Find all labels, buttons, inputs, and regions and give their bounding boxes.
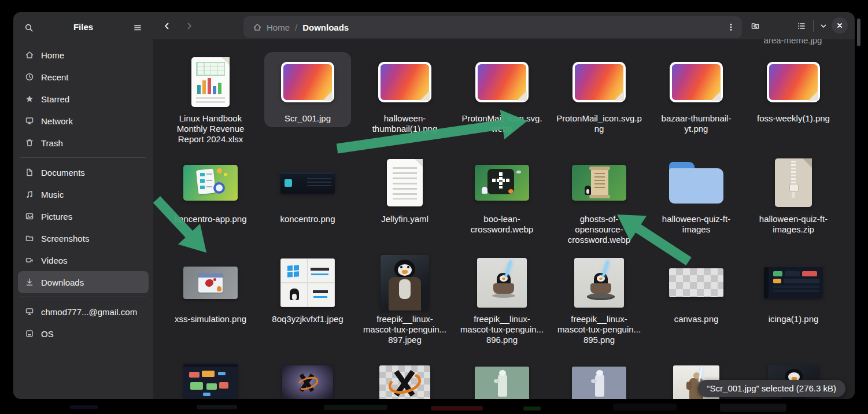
file-item-clipped-1[interactable]: [259, 353, 356, 399]
file-item-ghosts-of-opensource-crossword-webp[interactable]: ghosts-of-opensource-crossword.webp: [551, 153, 648, 249]
thumbnail-box: [459, 154, 545, 212]
file-item-freepik-linux-mascot-tux-penguin-897-jpeg[interactable]: freepik__linux-mascot-tux-penguin... 897…: [356, 253, 453, 349]
view-options-button[interactable]: [817, 17, 830, 35]
star-icon: [25, 94, 34, 104]
file-item-xss-simulation-png[interactable]: xss-simulation.png: [162, 253, 259, 349]
path-bar[interactable]: Home / Downloads: [243, 16, 742, 38]
file-item-halloween-quiz-ft-images[interactable]: halloween-quiz-ft-images: [648, 153, 745, 249]
file-item-boo-lean-crossword-webp[interactable]: boo-lean-crossword.webp: [453, 153, 551, 249]
file-item-protonmail-icon-svg-png[interactable]: ProtonMail_icon.svg.png: [551, 52, 648, 148]
sidebar-item-starred[interactable]: Starred: [18, 88, 149, 110]
sidebar-item-documents[interactable]: Documents: [18, 161, 149, 183]
breadcrumb: Home / Downloads: [243, 23, 349, 32]
file-item-body: freepik__linux-mascot-tux-penguin... 897…: [361, 253, 448, 349]
sidebar-header: Files: [13, 12, 153, 43]
sidebar-item-music[interactable]: Music: [18, 183, 149, 205]
file-item-clipped-2[interactable]: [356, 353, 453, 399]
sidebar-item-downloads[interactable]: Downloads: [18, 271, 149, 293]
file-item-freepik-linux-mascot-tux-penguin-895-png[interactable]: freepik__linux-mascot-tux-penguin... 895…: [551, 253, 648, 349]
sidebar-item-screenshots[interactable]: Screenshots: [18, 227, 149, 249]
sidebar-item-label: OS: [41, 329, 54, 339]
thumbnail-box: [459, 354, 545, 399]
sidebar-item-label: chmod777...@gmail.com: [41, 307, 137, 317]
file-item-canvas-png[interactable]: canvas.png: [648, 253, 745, 349]
file-label: freepik__linux-mascot-tux-penguin... 895…: [556, 314, 642, 345]
file-thumbnail: [775, 158, 812, 207]
folder-icon: [25, 234, 34, 243]
grid-row: Linux Handbook Monthly Revenue Report 20…: [162, 52, 842, 148]
scrollbar-thumb[interactable]: [857, 19, 860, 46]
home-icon: [253, 23, 262, 32]
file-thumbnail: [475, 165, 529, 201]
sidebar-item-network[interactable]: Network: [18, 110, 149, 132]
sidebar-item-recent[interactable]: Recent: [18, 66, 149, 88]
file-item-protonmail-icon-svg-webp[interactable]: ProtonMail_icon.svg.webp: [453, 52, 551, 148]
file-item-body: halloween-quiz-ft-images.zip: [750, 153, 837, 238]
file-item-koncentro-app-png[interactable]: koncentro-app.png: [162, 153, 259, 249]
forward-button[interactable]: [180, 17, 198, 35]
search-folder-button[interactable]: [746, 17, 764, 35]
thumbnail-box: [653, 254, 740, 312]
breadcrumb-current[interactable]: Downloads: [302, 23, 349, 32]
file-label: halloween-quiz-ft-images: [653, 214, 740, 235]
file-item-foss-weekly-1-png[interactable]: foss-weekly(1).png: [745, 52, 842, 148]
sidebar-item-chmod777-gmail-com[interactable]: chmod777...@gmail.com: [18, 301, 149, 323]
sidebar-item-videos[interactable]: Videos: [18, 249, 149, 271]
sidebar: Files HomeRecentStarredNetworkTrashDocum…: [13, 12, 154, 399]
file-label: koncentro.png: [264, 214, 351, 224]
thumbnail-box: [556, 53, 642, 111]
sidebar-item-os[interactable]: OS: [18, 323, 149, 345]
sidebar-item-pictures[interactable]: Pictures: [18, 205, 149, 227]
sidebar-list: HomeRecentStarredNetworkTrashDocumentsMu…: [18, 44, 149, 345]
clipped-file-label: area-meme.jpg: [747, 39, 839, 45]
list-view-button[interactable]: [793, 17, 810, 35]
file-label: bazaar-thumbnail-yt.png: [653, 113, 740, 134]
file-item-halloween-thumbnail-1-png[interactable]: halloween-thumbnail(1).png: [356, 52, 453, 148]
file-item-8oq3yzjkvfxf1-jpeg[interactable]: 8oq3yzjkvfxf1.jpeg: [259, 253, 356, 349]
file-label: halloween-thumbnail(1).png: [361, 113, 448, 134]
path-menu-button[interactable]: [722, 19, 740, 36]
file-label: freepik__linux-mascot-tux-penguin... 897…: [361, 314, 448, 345]
file-label: freepik__linux-mascot-tux-penguin... 896…: [459, 314, 545, 345]
file-item-bazaar-thumbnail-yt-png[interactable]: bazaar-thumbnail-yt.png: [648, 52, 745, 148]
file-thumbnail: [387, 159, 423, 206]
close-button[interactable]: [832, 17, 848, 34]
file-item-body: icinga(1).png: [750, 253, 837, 328]
file-item-clipped-3[interactable]: [453, 353, 551, 399]
file-item-body: [361, 353, 448, 399]
file-thumbnail: [282, 365, 333, 399]
back-button[interactable]: [158, 17, 176, 35]
sidebar-item-home[interactable]: Home: [18, 44, 149, 66]
sidebar-item-label: Starred: [41, 94, 69, 104]
file-item-freepik-linux-mascot-tux-penguin-896-png[interactable]: freepik__linux-mascot-tux-penguin... 896…: [453, 253, 551, 349]
file-thumbnail: [767, 62, 820, 102]
breadcrumb-separator: /: [295, 23, 297, 32]
file-item-halloween-quiz-ft-images-zip[interactable]: halloween-quiz-ft-images.zip: [745, 153, 842, 249]
breadcrumb-home[interactable]: Home: [253, 23, 290, 32]
videos-icon: [25, 256, 34, 265]
sidebar-item-label: Network: [41, 116, 73, 126]
file-item-body: ghosts-of-opensource-crossword.webp: [556, 153, 642, 249]
file-item-body: boo-lean-crossword.webp: [459, 153, 545, 238]
file-item-body: ProtonMail_icon.svg.png: [556, 52, 642, 138]
file-label: halloween-quiz-ft-images.zip: [750, 214, 837, 235]
chevron-down-icon: [819, 21, 828, 31]
file-item-clipped-0[interactable]: [162, 353, 259, 399]
file-item-koncentro-png[interactable]: koncentro.png: [259, 153, 356, 249]
thumbnail-box: [556, 354, 642, 399]
file-item-jellyfin-yaml[interactable]: Jellyfin.yaml: [356, 153, 453, 249]
file-item-icinga-1-png[interactable]: icinga(1).png: [745, 253, 842, 349]
file-thumbnail: [574, 258, 624, 308]
file-item-clipped-4[interactable]: [551, 353, 648, 399]
thumbnail-box: [361, 354, 448, 399]
hamburger-menu-icon: [133, 23, 142, 32]
sidebar-divider: [20, 297, 146, 297]
file-item-scr-001-jpg[interactable]: Scr_001.jpg: [259, 52, 356, 148]
sidebar-divider: [20, 157, 146, 158]
thumbnail-box: [459, 53, 545, 111]
file-item-linux-handbook-monthly-revenue-report-2024-xlsx[interactable]: Linux Handbook Monthly Revenue Report 20…: [162, 52, 259, 148]
sidebar-item-trash[interactable]: Trash: [18, 132, 149, 154]
menu-button[interactable]: [129, 19, 146, 36]
file-item-body: [167, 353, 254, 399]
list-view-icon: [797, 21, 806, 31]
